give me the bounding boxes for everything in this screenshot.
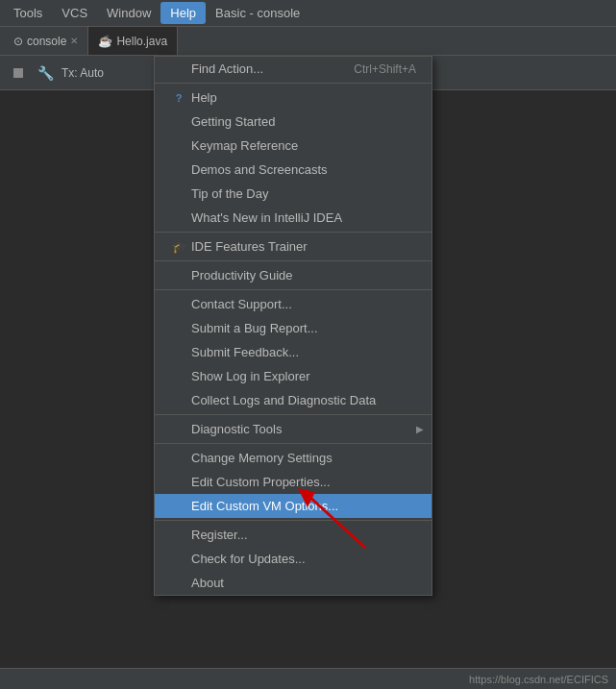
svg-rect-0 bbox=[13, 68, 23, 78]
menu-submit-feedback[interactable]: Submit Feedback... bbox=[155, 340, 431, 364]
tab-hello-label: Hello.java bbox=[116, 35, 167, 48]
edit-custom-vm-label: Edit Custom VM Options... bbox=[191, 499, 338, 513]
menu-check-updates[interactable]: Check for Updates... bbox=[155, 547, 431, 571]
menu-help-item[interactable]: ? Help bbox=[155, 86, 431, 110]
separator-2 bbox=[155, 260, 431, 261]
separator-1 bbox=[155, 232, 431, 233]
menu-about[interactable]: About bbox=[155, 571, 431, 595]
menu-change-memory[interactable]: Change Memory Settings bbox=[155, 446, 431, 470]
about-label: About bbox=[191, 576, 224, 590]
tab-console[interactable]: ⊙ console ✕ bbox=[4, 27, 88, 55]
tab-hello[interactable]: ☕ Hello.java bbox=[88, 27, 178, 55]
help-label: Help bbox=[191, 90, 217, 105]
submit-bug-label: Submit a Bug Report... bbox=[191, 321, 318, 335]
menu-ide-trainer[interactable]: 🎓 IDE Features Trainer bbox=[155, 234, 431, 258]
tip-label: Tip of the Day bbox=[191, 186, 268, 201]
menu-edit-custom-props[interactable]: Edit Custom Properties... bbox=[155, 470, 431, 494]
menu-tip[interactable]: Tip of the Day bbox=[155, 182, 431, 206]
ide-trainer-icon: 🎓 bbox=[170, 240, 187, 254]
menu-bar: Tools VCS Window Help Basic - console bbox=[0, 0, 616, 27]
separator-4 bbox=[155, 414, 431, 415]
menu-submit-bug[interactable]: Submit a Bug Report... bbox=[155, 316, 431, 340]
collect-logs-label: Collect Logs and Diagnostic Data bbox=[191, 393, 376, 407]
tx-label: Tx: Auto bbox=[62, 66, 104, 80]
tab-console-label: console bbox=[27, 35, 66, 48]
contact-support-label: Contact Support... bbox=[191, 297, 292, 311]
menu-keymap[interactable]: Keymap Reference bbox=[155, 134, 431, 158]
menu-diagnostic-tools[interactable]: Diagnostic Tools bbox=[155, 417, 431, 441]
keymap-label: Keymap Reference bbox=[191, 138, 298, 153]
find-action-label: Find Action... bbox=[191, 62, 263, 76]
help-dropdown: Find Action... Ctrl+Shift+A ? Help Getti… bbox=[154, 56, 432, 596]
menu-basic-console: Basic - console bbox=[206, 2, 309, 24]
tab-console-close[interactable]: ✕ bbox=[70, 36, 78, 46]
find-action-shortcut: Ctrl+Shift+A bbox=[354, 62, 416, 76]
edit-custom-props-label: Edit Custom Properties... bbox=[191, 475, 331, 489]
menu-help[interactable]: Help bbox=[160, 2, 206, 24]
menu-edit-custom-vm[interactable]: Edit Custom VM Options... bbox=[155, 494, 431, 518]
show-log-label: Show Log in Explorer bbox=[191, 369, 310, 383]
separator-6 bbox=[155, 520, 431, 521]
status-bar: https://blog.csdn.net/ECIFICS bbox=[0, 668, 616, 689]
wrench-button[interactable]: 🔧 bbox=[35, 62, 56, 84]
console-icon: ⊙ bbox=[13, 35, 23, 48]
menu-window[interactable]: Window bbox=[97, 2, 160, 24]
separator-0 bbox=[155, 83, 431, 84]
productivity-label: Productivity Guide bbox=[191, 268, 293, 283]
change-memory-label: Change Memory Settings bbox=[191, 451, 333, 465]
getting-started-label: Getting Started bbox=[191, 114, 275, 129]
demos-label: Demos and Screencasts bbox=[191, 162, 328, 177]
separator-5 bbox=[155, 443, 431, 444]
menu-getting-started[interactable]: Getting Started bbox=[155, 110, 431, 134]
menu-register[interactable]: Register... bbox=[155, 523, 431, 547]
whats-new-label: What's New in IntelliJ IDEA bbox=[191, 210, 342, 225]
menu-whats-new[interactable]: What's New in IntelliJ IDEA bbox=[155, 206, 431, 230]
help-icon: ? bbox=[170, 92, 187, 104]
check-updates-label: Check for Updates... bbox=[191, 552, 306, 566]
menu-vcs[interactable]: VCS bbox=[52, 2, 97, 24]
stop-button[interactable] bbox=[8, 62, 29, 84]
menu-demos[interactable]: Demos and Screencasts bbox=[155, 158, 431, 182]
menu-tools[interactable]: Tools bbox=[4, 2, 52, 24]
tab-bar: ⊙ console ✕ ☕ Hello.java bbox=[0, 27, 616, 56]
status-url: https://blog.csdn.net/ECIFICS bbox=[469, 674, 608, 685]
diagnostic-tools-label: Diagnostic Tools bbox=[191, 422, 282, 436]
menu-collect-logs[interactable]: Collect Logs and Diagnostic Data bbox=[155, 388, 431, 412]
menu-find-action[interactable]: Find Action... Ctrl+Shift+A bbox=[155, 57, 431, 81]
register-label: Register... bbox=[191, 528, 248, 542]
separator-3 bbox=[155, 289, 431, 290]
ide-trainer-label: IDE Features Trainer bbox=[191, 239, 308, 254]
menu-show-log[interactable]: Show Log in Explorer bbox=[155, 364, 431, 388]
submit-feedback-label: Submit Feedback... bbox=[191, 345, 299, 359]
menu-productivity[interactable]: Productivity Guide bbox=[155, 263, 431, 287]
java-icon: ☕ bbox=[98, 35, 112, 48]
menu-contact-support[interactable]: Contact Support... bbox=[155, 292, 431, 316]
